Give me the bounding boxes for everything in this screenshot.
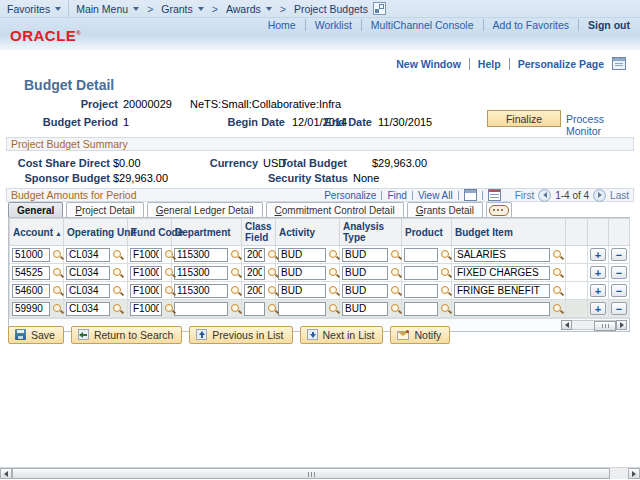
product-input[interactable] <box>404 266 438 280</box>
tab-general-ledger-detail[interactable]: General Ledger Detail <box>147 202 263 217</box>
lookup-icon[interactable] <box>230 267 242 279</box>
lookup-icon[interactable] <box>552 303 564 315</box>
add-row-button[interactable]: + <box>590 284 606 297</box>
favorites-menu[interactable]: Favorites <box>0 0 68 17</box>
department-input[interactable] <box>174 284 228 298</box>
lookup-icon[interactable] <box>230 303 242 315</box>
lookup-icon[interactable] <box>164 249 176 261</box>
lookup-icon[interactable] <box>52 285 64 297</box>
notify-button[interactable]: Notify <box>390 326 450 344</box>
breadcrumb-main-menu[interactable]: Main Menu <box>69 0 146 17</box>
add-row-button[interactable]: + <box>590 266 606 279</box>
delete-row-button[interactable]: − <box>611 266 627 279</box>
lookup-icon[interactable] <box>328 285 340 297</box>
tab-project-detail[interactable]: Project Detail <box>66 202 143 217</box>
column-header-product[interactable]: Product <box>402 219 452 246</box>
lookup-icon[interactable] <box>328 249 340 261</box>
class-field-input[interactable] <box>244 284 265 298</box>
department-input[interactable] <box>174 302 228 316</box>
class-field-input[interactable] <box>244 266 265 280</box>
account-input[interactable] <box>12 248 50 262</box>
class-field-input[interactable] <box>244 302 265 316</box>
lookup-icon[interactable] <box>112 267 124 279</box>
lookup-icon[interactable] <box>267 267 279 279</box>
copy-url-icon[interactable] <box>612 57 626 70</box>
column-header-fund-code[interactable]: Fund Code <box>128 219 172 246</box>
lookup-icon[interactable] <box>552 249 564 261</box>
lookup-icon[interactable] <box>390 285 402 297</box>
lookup-icon[interactable] <box>440 303 452 315</box>
next-page-icon[interactable] <box>593 189 606 202</box>
lookup-icon[interactable] <box>112 285 124 297</box>
add-to-favorites-link[interactable]: Add to Favorites <box>483 19 569 31</box>
tab-commitment-control-detail[interactable]: Commitment Control Detail <box>266 202 404 217</box>
first-link[interactable]: First <box>515 190 534 201</box>
product-input[interactable] <box>404 248 438 262</box>
lookup-icon[interactable] <box>230 285 242 297</box>
scroll-left-icon[interactable] <box>561 320 572 330</box>
view-all-link[interactable]: View All <box>418 190 453 201</box>
scroll-left-icon[interactable] <box>0 468 12 479</box>
budget-item-input[interactable] <box>454 266 550 280</box>
scrollbar-thumb[interactable] <box>594 321 616 331</box>
activity-input[interactable] <box>278 284 326 298</box>
class-field-input[interactable] <box>244 248 265 262</box>
multichannel-console-link[interactable]: MultiChannel Console <box>361 19 474 31</box>
lookup-icon[interactable] <box>164 267 176 279</box>
column-header-department[interactable]: Department <box>172 219 242 246</box>
column-header-analysis-type[interactable]: Analysis Type <box>340 219 402 246</box>
tab-grants-detail[interactable]: Grants Detail <box>407 202 483 217</box>
analysis-type-input[interactable] <box>342 284 388 298</box>
account-input[interactable] <box>12 284 50 298</box>
last-link[interactable]: Last <box>610 190 629 201</box>
lookup-icon[interactable] <box>390 303 402 315</box>
home-link[interactable]: Home <box>259 19 296 31</box>
help-link[interactable]: Help <box>469 58 501 70</box>
operating-unit-input[interactable] <box>66 284 110 298</box>
analysis-type-input[interactable] <box>342 302 388 316</box>
lookup-icon[interactable] <box>390 267 402 279</box>
lookup-icon[interactable] <box>52 303 64 315</box>
operating-unit-input[interactable] <box>66 248 110 262</box>
scrollbar-track[interactable] <box>572 320 616 330</box>
personalize-page-link[interactable]: Personalize Page <box>509 58 604 70</box>
column-header-account[interactable]: Account▲ <box>10 219 64 246</box>
find-link[interactable]: Find <box>387 190 406 201</box>
budget-item-input[interactable] <box>454 248 550 262</box>
breadcrumb-grants[interactable]: Grants <box>154 0 211 17</box>
lookup-icon[interactable] <box>440 249 452 261</box>
lookup-icon[interactable] <box>328 303 340 315</box>
add-row-button[interactable]: + <box>590 248 606 261</box>
finalize-button[interactable]: Finalize <box>487 110 561 127</box>
return-to-search-button[interactable]: Return to Search <box>71 326 182 344</box>
grid-horizontal-scrollbar[interactable] <box>561 320 627 330</box>
lookup-icon[interactable] <box>230 249 242 261</box>
lookup-icon[interactable] <box>164 303 176 315</box>
sign-out-link[interactable]: Sign out <box>578 19 630 31</box>
lookup-icon[interactable] <box>328 267 340 279</box>
operating-unit-input[interactable] <box>66 266 110 280</box>
delete-row-button[interactable]: − <box>611 302 627 315</box>
activity-input[interactable] <box>278 266 326 280</box>
lookup-icon[interactable] <box>552 267 564 279</box>
column-header-operating-unit[interactable]: Operating Unit <box>64 219 128 246</box>
breadcrumb-project-budgets[interactable]: Project Budgets <box>287 0 393 17</box>
lookup-icon[interactable] <box>267 285 279 297</box>
lookup-icon[interactable] <box>112 303 124 315</box>
operating-unit-input[interactable] <box>66 302 110 316</box>
product-input[interactable] <box>404 302 438 316</box>
download-icon[interactable] <box>488 189 501 201</box>
lookup-icon[interactable] <box>552 285 564 297</box>
previous-page-icon[interactable] <box>538 189 551 202</box>
scrollbar-thumb[interactable] <box>12 468 610 479</box>
account-input[interactable] <box>12 266 50 280</box>
fund-code-input[interactable] <box>130 284 162 298</box>
lookup-icon[interactable] <box>112 249 124 261</box>
scroll-right-icon[interactable] <box>616 320 627 330</box>
column-header-budget-item[interactable]: Budget Item <box>452 219 566 246</box>
product-input[interactable] <box>404 284 438 298</box>
tab-general[interactable]: General <box>8 202 63 217</box>
add-row-button[interactable]: + <box>590 302 606 315</box>
delete-row-button[interactable]: − <box>611 248 627 261</box>
budget-item-input[interactable] <box>454 284 550 298</box>
